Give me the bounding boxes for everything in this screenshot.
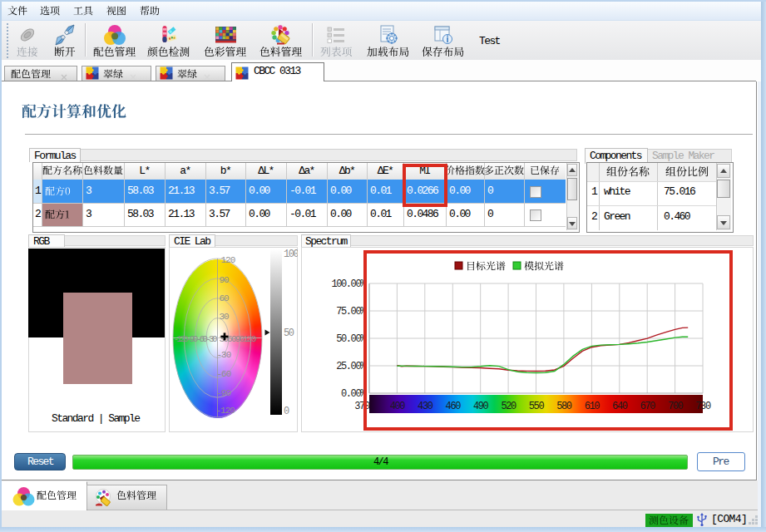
svg-text:0: 0: [284, 406, 289, 417]
svg-text:30: 30: [220, 312, 230, 322]
svg-text:-120-90-60-30: -120-90-60-30: [174, 334, 217, 344]
svg-text:-120: -120: [216, 406, 235, 416]
svg-text:90: 90: [220, 275, 230, 285]
svg-text:100.00%: 100.00%: [331, 278, 367, 290]
svg-text:60: 60: [220, 293, 230, 303]
svg-text:100: 100: [284, 249, 298, 260]
svg-text:25.00%: 25.00%: [336, 361, 367, 372]
svg-text:50: 50: [284, 328, 294, 339]
svg-text:75.00%: 75.00%: [336, 306, 367, 318]
svg-text:-60: -60: [217, 369, 231, 379]
svg-text:-90: -90: [217, 388, 231, 398]
svg-text:-30: -30: [217, 350, 231, 360]
svg-text:50.00%: 50.00%: [336, 333, 367, 345]
svg-text:120: 120: [221, 255, 235, 265]
